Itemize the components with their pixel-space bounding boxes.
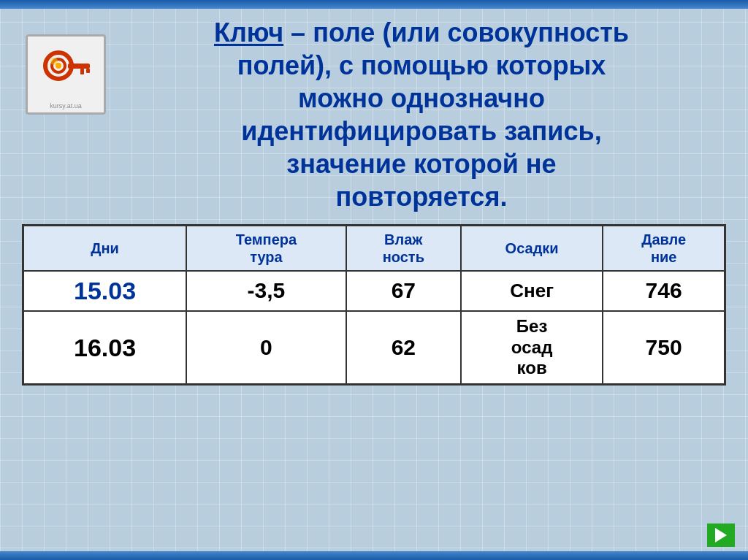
weather-table: Дни Температура Влажность Осадки Давлени… — [22, 224, 726, 386]
main-content: kursy.at.ua Ключ – поле (или совокупност… — [0, 9, 748, 551]
title-line6: повторяется. — [336, 182, 508, 212]
top-bar — [0, 0, 748, 9]
title-line5: значение которой не — [286, 149, 556, 179]
svg-rect-4 — [86, 69, 90, 73]
cell-humidity-1: 67 — [346, 271, 461, 311]
title-text-block: Ключ – поле (или совокупность полей), с … — [117, 16, 726, 213]
svg-point-6 — [56, 63, 61, 69]
cell-humidity-2: 62 — [346, 311, 461, 385]
cell-precip-1: Снег — [461, 271, 603, 311]
next-button[interactable] — [707, 523, 735, 547]
svg-rect-3 — [80, 69, 84, 74]
table-row: 16.03 0 62 Безосадков 750 — [23, 311, 725, 385]
cell-precip-2: Безосадков — [461, 311, 603, 385]
table-header-row: Дни Температура Влажность Осадки Давлени… — [23, 226, 725, 272]
col-header-humidity: Влажность — [346, 226, 461, 272]
title-line1-rest: – поле (или совокупность — [283, 18, 629, 47]
main-title: Ключ – поле (или совокупность полей), с … — [214, 16, 629, 213]
title-line2: полей), с помощью которых — [237, 50, 606, 80]
cell-day-1: 15.03 — [23, 271, 187, 311]
svg-rect-2 — [68, 64, 90, 69]
title-line3: можно однозначно — [298, 83, 545, 113]
cell-temp-2: 0 — [186, 311, 346, 385]
keyword: Ключ — [214, 18, 283, 47]
col-header-precip: Осадки — [461, 226, 603, 272]
cell-pressure-2: 750 — [603, 311, 725, 385]
cell-day-2: 16.03 — [23, 311, 187, 385]
key-image-container: kursy.at.ua — [22, 31, 110, 118]
bottom-bar — [0, 551, 748, 560]
title-line4: идентифицировать запись, — [241, 116, 601, 146]
col-header-days: Дни — [23, 226, 187, 272]
table-row: 15.03 -3,5 67 Снег 746 — [23, 271, 725, 311]
col-header-temp: Температура — [186, 226, 346, 272]
key-svg — [37, 45, 95, 104]
cell-pressure-1: 746 — [603, 271, 725, 311]
col-header-pressure: Давление — [603, 226, 725, 272]
title-block: kursy.at.ua Ключ – поле (или совокупност… — [22, 16, 726, 213]
cell-temp-1: -3,5 — [186, 271, 346, 311]
key-icon: kursy.at.ua — [26, 34, 106, 115]
image-watermark: kursy.at.ua — [50, 102, 81, 110]
